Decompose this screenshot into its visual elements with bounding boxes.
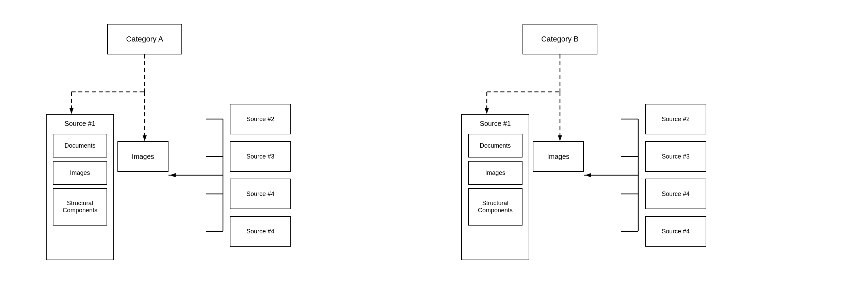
svg-marker-5 xyxy=(143,135,147,141)
source4a-a-box: Source #4 xyxy=(230,179,291,209)
source1-a-item-0: Documents xyxy=(53,134,107,158)
source2-b-box: Source #2 xyxy=(645,104,706,134)
images-b-box: Images xyxy=(533,141,584,172)
source1-b-item-2: Structural Components xyxy=(468,188,523,226)
category-b-box: Category B xyxy=(523,24,597,54)
source1-a-item-2: Structural Components xyxy=(53,188,107,226)
source4a-b-box: Source #4 xyxy=(645,179,706,209)
source1-b-box: Source #1 Documents Images Structural Co… xyxy=(461,114,529,260)
source1-b-label: Source #1 xyxy=(465,120,525,128)
svg-marker-25 xyxy=(585,173,591,177)
source1-a-label: Source #1 xyxy=(50,120,110,128)
source1-a-box: Source #1 Documents Images Structural Co… xyxy=(46,114,114,260)
source2-a-box: Source #2 xyxy=(230,104,291,134)
svg-marker-12 xyxy=(170,173,176,177)
source1-b-item-1: Images xyxy=(468,161,523,185)
images-a-box: Images xyxy=(117,141,168,172)
main-container: Category A Source #1 Documents Images St… xyxy=(0,0,868,298)
diagram-b: Category B Source #1 Documents Images St… xyxy=(454,14,829,286)
source3-a-box: Source #3 xyxy=(230,141,291,172)
diagram-a: Category A Source #1 Documents Images St… xyxy=(39,14,414,286)
source1-b-item-0: Documents xyxy=(468,134,523,158)
source3-b-box: Source #3 xyxy=(645,141,706,172)
svg-marker-16 xyxy=(485,108,489,114)
category-a-box: Category A xyxy=(107,24,182,54)
source1-a-item-1: Images xyxy=(53,161,107,185)
svg-marker-18 xyxy=(558,135,562,141)
svg-marker-3 xyxy=(69,108,74,114)
source4b-a-box: Source #4 xyxy=(230,216,291,247)
source4b-b-box: Source #4 xyxy=(645,216,706,247)
